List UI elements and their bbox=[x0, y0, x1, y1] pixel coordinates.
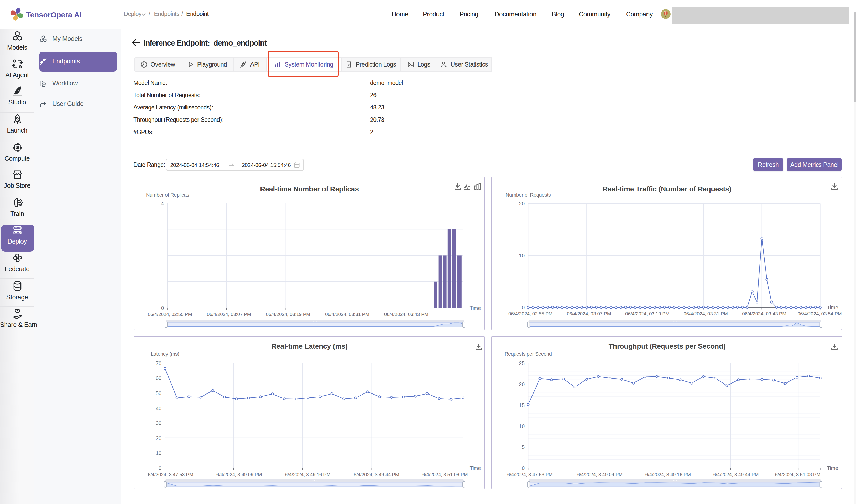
svg-text:Real-time Number of Replicas: Real-time Number of Replicas bbox=[260, 185, 359, 193]
svg-text:06/4/2024, 03:07 PM: 06/4/2024, 03:07 PM bbox=[207, 312, 251, 317]
svg-text:06/4/2024, 03:19 PM: 06/4/2024, 03:19 PM bbox=[266, 312, 310, 317]
svg-text:0: 0 bbox=[522, 305, 525, 311]
svg-text:6/4/2024, 3:49:44 PM: 6/4/2024, 3:49:44 PM bbox=[354, 472, 399, 477]
svg-text:4: 4 bbox=[161, 201, 164, 206]
svg-text:5: 5 bbox=[522, 444, 525, 450]
svg-text:06/4/2024, 03:19 PM: 06/4/2024, 03:19 PM bbox=[625, 311, 669, 317]
svg-text:6/4/2024, 3:49:09 PM: 6/4/2024, 3:49:09 PM bbox=[217, 472, 262, 477]
svg-text:06/4/2024, 03:31 PM: 06/4/2024, 03:31 PM bbox=[325, 312, 369, 317]
svg-text:Time: Time bbox=[470, 465, 481, 471]
svg-text:06/4/2024, 03:31 PM: 06/4/2024, 03:31 PM bbox=[684, 311, 728, 317]
svg-text:30: 30 bbox=[156, 420, 161, 426]
svg-text:6/4/2024, 3:49:16 PM: 6/4/2024, 3:49:16 PM bbox=[285, 472, 331, 477]
svg-text:10: 10 bbox=[519, 424, 525, 429]
svg-text:Number of Requests: Number of Requests bbox=[506, 192, 551, 198]
svg-text:Requests per Second: Requests per Second bbox=[504, 351, 552, 357]
svg-text:6/4/2024, 3:47:53 PM: 6/4/2024, 3:47:53 PM bbox=[148, 472, 193, 477]
svg-text:Time: Time bbox=[827, 465, 838, 471]
svg-text:Latency (ms): Latency (ms) bbox=[151, 351, 179, 357]
svg-text:6/4/2024, 3:49:09 PM: 6/4/2024, 3:49:09 PM bbox=[577, 472, 623, 477]
svg-text:20: 20 bbox=[519, 381, 525, 387]
svg-text:40: 40 bbox=[156, 406, 161, 411]
svg-text:06/4/2024, 02:55 PM: 06/4/2024, 02:55 PM bbox=[509, 311, 553, 317]
svg-text:Real-time Traffic (Number of R: Real-time Traffic (Number of Requests) bbox=[602, 185, 731, 193]
svg-text:50: 50 bbox=[156, 391, 161, 396]
svg-text:06/4/2024, 03:54 PM: 06/4/2024, 03:54 PM bbox=[797, 311, 842, 317]
svg-text:Time: Time bbox=[827, 305, 838, 311]
svg-text:6/4/2024, 3:51:08 PM: 6/4/2024, 3:51:08 PM bbox=[422, 472, 468, 477]
svg-text:06/4/2024, 02:55 PM: 06/4/2024, 02:55 PM bbox=[148, 312, 192, 317]
svg-text:10: 10 bbox=[519, 253, 525, 259]
svg-text:Number of Replicas: Number of Replicas bbox=[146, 192, 189, 198]
svg-text:Time: Time bbox=[470, 305, 481, 311]
svg-text:06/4/2024, 03:07 PM: 06/4/2024, 03:07 PM bbox=[567, 311, 611, 317]
svg-text:0: 0 bbox=[161, 305, 164, 311]
svg-text:15: 15 bbox=[519, 402, 525, 408]
svg-text:10: 10 bbox=[156, 451, 161, 456]
svg-text:6/4/2024, 3:49:44 PM: 6/4/2024, 3:49:44 PM bbox=[713, 472, 759, 477]
svg-text:25: 25 bbox=[519, 360, 525, 366]
svg-text:Throughput (Requests per Secon: Throughput (Requests per Second) bbox=[608, 342, 725, 350]
svg-text:Real-time Latency (ms): Real-time Latency (ms) bbox=[272, 342, 348, 350]
svg-text:06/4/2024, 03:43 PM: 06/4/2024, 03:43 PM bbox=[384, 312, 429, 317]
svg-text:6/4/2024, 3:47:53 PM: 6/4/2024, 3:47:53 PM bbox=[507, 472, 553, 477]
svg-text:70: 70 bbox=[156, 360, 161, 366]
svg-text:20: 20 bbox=[519, 201, 525, 207]
svg-text:6/4/2024, 3:49:16 PM: 6/4/2024, 3:49:16 PM bbox=[645, 472, 691, 477]
svg-text:06/4/2024, 03:43 PM: 06/4/2024, 03:43 PM bbox=[742, 311, 786, 317]
svg-text:0: 0 bbox=[522, 465, 525, 471]
svg-text:60: 60 bbox=[156, 376, 161, 381]
svg-text:0: 0 bbox=[159, 465, 161, 471]
svg-text:20: 20 bbox=[156, 435, 161, 441]
svg-text:6/4/2024, 3:51:08 PM: 6/4/2024, 3:51:08 PM bbox=[775, 472, 820, 477]
